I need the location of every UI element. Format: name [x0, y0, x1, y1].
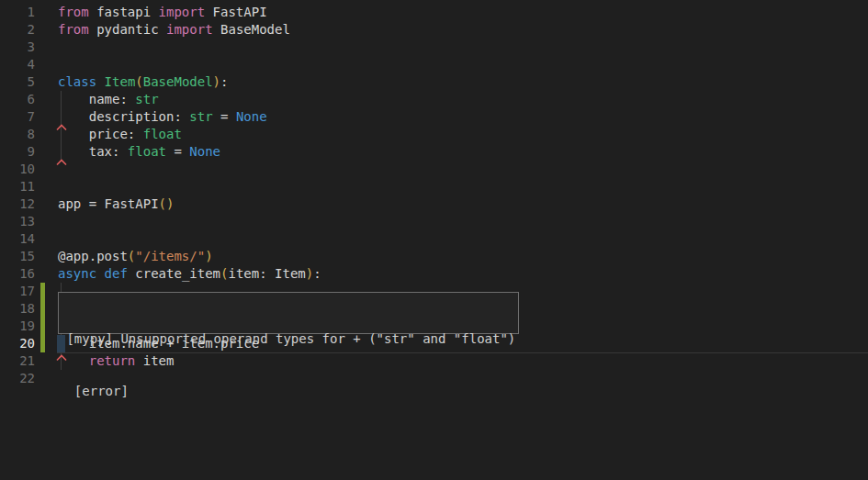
code-text: description: str = None — [58, 108, 267, 126]
line-number: 14 — [0, 230, 35, 248]
code-line[interactable]: 8 price: float — [0, 126, 868, 143]
code-text: from pydantic import BaseModel — [58, 21, 290, 39]
line-number: 2 — [0, 21, 35, 39]
code-line[interactable]: 5class Item(BaseModel): — [0, 73, 868, 91]
code-line[interactable]: 9 tax: float = None — [0, 143, 868, 161]
line-number: 20 — [0, 335, 35, 352]
code-line[interactable]: 3 — [0, 39, 868, 56]
diagnostic-tooltip: [mypy] Unsupported operand types for + (… — [58, 292, 519, 334]
line-number: 16 — [0, 265, 35, 283]
code-text: from fastapi import FastAPI — [58, 4, 267, 21]
line-number: 5 — [0, 73, 35, 91]
line-number: 17 — [0, 283, 35, 300]
code-text: tax: float = None — [58, 143, 220, 161]
line-number: 19 — [0, 318, 35, 335]
code-line[interactable]: 13 — [0, 213, 868, 230]
line-number: 13 — [0, 213, 35, 230]
code-line[interactable]: 1from fastapi import FastAPI — [0, 4, 868, 21]
code-line[interactable]: 6 name: str — [0, 91, 868, 108]
line-number: 4 — [0, 56, 35, 73]
line-number: 3 — [0, 39, 35, 56]
code-editor[interactable]: 1from fastapi import FastAPI2from pydant… — [0, 0, 868, 480]
line-number: 11 — [0, 178, 35, 195]
code-line[interactable]: 10 — [0, 161, 868, 178]
line-number: 21 — [0, 352, 35, 370]
line-number: 10 — [0, 161, 35, 178]
code-line[interactable]: 12app = FastAPI() — [0, 195, 868, 213]
code-text: price: float — [58, 126, 182, 143]
code-line[interactable]: 4 — [0, 56, 868, 73]
code-text: class Item(BaseModel): — [58, 73, 228, 91]
code-line[interactable]: 11 — [0, 178, 868, 195]
code-text: async def create_item(item: Item): — [58, 265, 321, 283]
line-number: 7 — [0, 108, 35, 126]
code-text: @app.post("/items/") — [58, 248, 213, 265]
error-caret-icon — [56, 118, 67, 136]
line-number: 15 — [0, 248, 35, 265]
code-text: name: str — [58, 91, 159, 108]
code-line[interactable]: 14 — [0, 230, 868, 248]
line-number: 22 — [0, 370, 35, 387]
line-number: 12 — [0, 195, 35, 213]
line-number: 1 — [0, 4, 35, 21]
tooltip-severity: [error] — [59, 383, 518, 400]
code-line[interactable]: 16async def create_item(item: Item): — [0, 265, 868, 283]
line-number: 18 — [0, 300, 35, 318]
line-number: 9 — [0, 143, 35, 161]
line-number: 6 — [0, 91, 35, 108]
code-text: app = FastAPI() — [58, 195, 174, 213]
error-caret-icon — [56, 153, 67, 171]
tooltip-message: [mypy] Unsupported operand types for + (… — [59, 330, 518, 348]
line-number: 8 — [0, 126, 35, 143]
code-line[interactable]: 15@app.post("/items/") — [0, 248, 868, 265]
code-line[interactable]: 2from pydantic import BaseModel — [0, 21, 868, 39]
code-line[interactable]: 7 description: str = None — [0, 108, 868, 126]
